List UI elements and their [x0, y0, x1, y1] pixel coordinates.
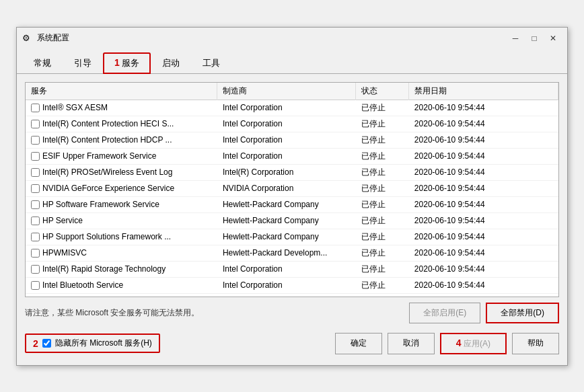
table-row: Intel(R) Rapid Storage TechnologyIntel C…: [26, 261, 558, 277]
ok-button[interactable]: 确定: [335, 333, 382, 354]
service-status: 已停止: [356, 229, 409, 245]
apply-annotation: 4: [456, 338, 462, 348]
service-date: 2020-06-10 9:54:44: [409, 245, 558, 261]
col-header-date: 禁用日期: [409, 83, 558, 100]
tab-general[interactable]: 常规: [22, 52, 63, 74]
service-status: 已停止: [356, 245, 409, 261]
service-status: 已停止: [356, 100, 409, 116]
service-checkbox[interactable]: [31, 184, 40, 193]
services-table: 服务 制造商 状态 禁用日期 Intel® SGX AESMIntel Corp…: [26, 83, 558, 297]
service-checkbox[interactable]: [31, 281, 40, 290]
service-manufacturer: Intel Corporation: [217, 116, 356, 132]
service-date: 2020-06-10 9:54:44: [409, 164, 558, 180]
service-manufacturer: Intel Corporation: [217, 261, 356, 277]
title-bar: ⚙ 系统配置 ─ □ ✕: [17, 28, 567, 49]
service-name: ESIF Upper Framework Service: [42, 151, 156, 161]
service-checkbox[interactable]: [31, 104, 40, 112]
table-row: ESIF Upper Framework ServiceIntel Corpor…: [26, 148, 558, 164]
tab-bar: 常规 引导 1 服务 启动 工具: [17, 49, 567, 74]
table-row: Intel(R) HD Graphics Control Panel ...In…: [26, 293, 558, 297]
service-manufacturer: Intel Corporation: [217, 148, 356, 164]
service-checkbox[interactable]: [31, 233, 40, 241]
apply-label: 应用(A): [464, 339, 490, 348]
bulk-action-buttons: 全部启用(E) 全部禁用(D): [409, 303, 559, 323]
service-date: 2020-06-10 9:54:44: [409, 148, 558, 164]
col-header-manufacturer: 制造商: [217, 83, 356, 100]
action-buttons: 确定 取消 4 应用(A) 帮助: [335, 333, 559, 354]
service-checkbox[interactable]: [31, 200, 40, 209]
service-name: HP Software Framework Service: [42, 200, 159, 209]
hide-ms-checkbox[interactable]: [42, 339, 51, 348]
cancel-button[interactable]: 取消: [388, 333, 435, 354]
table-row: NVIDIA GeForce Experience ServiceNVIDIA …: [26, 180, 558, 196]
service-status: 已停止: [356, 261, 409, 277]
service-manufacturer: Intel Corporation: [217, 132, 356, 148]
apply-button[interactable]: 4 应用(A): [440, 333, 507, 354]
enable-all-button[interactable]: 全部启用(E): [409, 303, 480, 323]
tab-services-annotation: 1: [114, 57, 120, 68]
table-header-row: 服务 制造商 状态 禁用日期: [26, 83, 558, 100]
service-status: 已停止: [356, 116, 409, 132]
service-checkbox[interactable]: [31, 249, 40, 258]
tab-boot[interactable]: 引导: [63, 52, 103, 74]
tab-services-label: 服务: [122, 58, 139, 68]
notice-text: 请注意，某些 Microsoft 安全服务可能无法禁用。: [25, 307, 199, 319]
service-checkbox[interactable]: [31, 265, 40, 274]
help-button[interactable]: 帮助: [512, 333, 559, 354]
table-row: Intel(R) PROSet/Wireless Event LogIntel(…: [26, 164, 558, 180]
title-bar-left: ⚙ 系统配置: [22, 32, 69, 44]
service-manufacturer: NVIDIA Corporation: [217, 180, 356, 196]
service-date: 2020-06-10 9:54:44: [409, 180, 558, 196]
service-date: 2020-06-10 9:54:44: [409, 261, 558, 277]
service-date: 2020-06-10 9:54:44: [409, 100, 558, 116]
services-table-container[interactable]: 服务 制造商 状态 禁用日期 Intel® SGX AESMIntel Corp…: [25, 82, 559, 297]
service-checkbox[interactable]: [31, 120, 40, 128]
service-status: 已停止: [356, 277, 409, 293]
service-checkbox[interactable]: [31, 136, 40, 145]
service-checkbox[interactable]: [31, 152, 40, 161]
table-row: Intel(R) Content Protection HECI S...Int…: [26, 116, 558, 132]
service-status: 已停止: [356, 132, 409, 148]
maximize-button[interactable]: □: [525, 31, 543, 46]
service-name: Intel(R) HD Graphics Control Panel ...: [42, 297, 178, 297]
service-date: 2020-06-10 9:54:44: [409, 116, 558, 132]
service-name: Intel® SGX AESM: [42, 103, 108, 112]
table-row: HPWMISVCHewlett-Packard Developm...已停止20…: [26, 245, 558, 261]
notice-row: 请注意，某些 Microsoft 安全服务可能无法禁用。 全部启用(E) 全部禁…: [25, 303, 559, 323]
service-date: 2020-06-10 9:54:44: [409, 229, 558, 245]
service-manufacturer: Hewlett-Packard Company: [217, 212, 356, 229]
service-name: Intel Bluetooth Service: [42, 280, 123, 290]
service-date: 2020-06-10 9:54:44: [409, 277, 558, 293]
disable-all-button[interactable]: 全部禁用(D): [486, 303, 559, 323]
hide-ms-label[interactable]: 隐藏所有 Microsoft 服务(H): [55, 338, 152, 349]
tab-tools[interactable]: 工具: [191, 52, 231, 74]
minimize-button[interactable]: ─: [507, 31, 524, 46]
tab-services[interactable]: 1 服务: [103, 52, 151, 74]
service-status: 已停止: [356, 212, 409, 229]
service-name: HP Service: [42, 216, 83, 225]
close-button[interactable]: ✕: [544, 31, 562, 46]
table-row: HP ServiceHewlett-Packard Company已停止2020…: [26, 212, 558, 229]
window-title: 系统配置: [37, 32, 69, 44]
table-row: Intel® SGX AESMIntel Corporation已停止2020-…: [26, 100, 558, 116]
service-status: 已停止: [356, 148, 409, 164]
service-date: 2020-06-10 9:54:44: [409, 196, 558, 212]
table-row: HP Software Framework ServiceHewlett-Pac…: [26, 196, 558, 212]
hide-ms-checkbox-row: 2 隐藏所有 Microsoft 服务(H): [25, 334, 160, 353]
service-status: 已停止: [356, 293, 409, 297]
title-bar-controls: ─ □ ✕: [507, 31, 562, 46]
main-window: ⚙ 系统配置 ─ □ ✕ 常规 引导 1 服务 启动 工具 服务 制造商: [16, 27, 568, 366]
service-checkbox[interactable]: [31, 217, 40, 225]
service-manufacturer: Hewlett-Packard Company: [217, 196, 356, 212]
table-row: HP Support Solutions Framework ...Hewlet…: [26, 229, 558, 245]
service-status: 已停止: [356, 196, 409, 212]
service-name: Intel(R) Content Protection HDCP ...: [42, 135, 172, 145]
tab-startup[interactable]: 启动: [151, 52, 191, 74]
service-manufacturer: Intel Corporation: [217, 277, 356, 293]
service-name: Intel(R) Content Protection HECI S...: [42, 119, 174, 128]
service-checkbox[interactable]: [31, 168, 40, 177]
service-manufacturer: Hewlett-Packard Developm...: [217, 245, 356, 261]
col-header-service: 服务: [26, 83, 217, 100]
service-manufacturer: Intel Corporation: [217, 293, 356, 297]
col-header-status: 状态: [356, 83, 409, 100]
